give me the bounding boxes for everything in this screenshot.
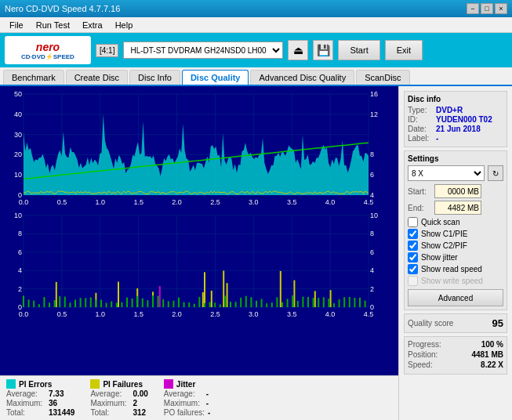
- pi-errors-max-value: 36: [49, 399, 57, 407]
- show-c2-pif-label: Show C2/PIF: [421, 241, 467, 250]
- speed-row: 8 X ↻: [408, 165, 503, 181]
- pi-failures-max-label: Maximum:: [90, 399, 129, 407]
- minimize-button[interactable]: −: [467, 3, 479, 14]
- menu-help[interactable]: Help: [109, 19, 140, 31]
- show-read-speed-checkbox[interactable]: [408, 264, 418, 274]
- jitter-max-label: Maximum:: [164, 399, 203, 407]
- quality-section: Quality score 95: [404, 313, 507, 333]
- settings-section: Settings 8 X ↻ Start: End: Quick scan: [404, 150, 507, 310]
- jitter-color: [164, 379, 173, 389]
- charts-container: [0, 86, 398, 375]
- info-type-row: Type: DVD+R: [408, 106, 503, 114]
- show-write-speed-checkbox: [408, 276, 418, 286]
- tab-disc-quality[interactable]: Disc Quality: [182, 70, 249, 85]
- end-label: End:: [408, 204, 431, 212]
- save-icon-button[interactable]: 💾: [313, 40, 333, 60]
- pi-failures-avg-label: Average:: [90, 389, 129, 398]
- menubar: File Run Test Extra Help: [0, 17, 512, 33]
- pi-errors-total-value: 131449: [49, 408, 74, 417]
- tab-create-disc[interactable]: Create Disc: [66, 70, 128, 85]
- quick-scan-checkbox[interactable]: [408, 217, 418, 227]
- titlebar-title: Nero CD-DVD Speed 4.7.7.16: [5, 4, 120, 13]
- app-logo: nero CD·DVD⚡SPEED: [5, 36, 91, 64]
- position-item: Position: 4481 MB: [408, 350, 503, 359]
- info-label-row: Label: -: [408, 134, 503, 143]
- tab-advanced-disc-quality[interactable]: Advanced Disc Quality: [250, 70, 354, 85]
- pi-failures-total-label: Total:: [90, 408, 129, 417]
- show-read-speed-label: Show read speed: [421, 265, 482, 273]
- progress-section: Progress: 100 % Position: 4481 MB Speed:…: [404, 336, 507, 375]
- quality-value: 95: [492, 317, 503, 329]
- logo-sub: CD·DVD⚡SPEED: [21, 53, 74, 60]
- label-value: -: [436, 134, 438, 143]
- quick-scan-label: Quick scan: [421, 218, 459, 226]
- end-input[interactable]: [434, 201, 481, 215]
- jitter-avg-label: Average:: [164, 389, 203, 398]
- pi-errors-max-label: Maximum:: [6, 399, 45, 407]
- settings-title: Settings: [408, 154, 503, 163]
- pi-failures-avg-value: 0.00: [133, 389, 147, 398]
- advanced-button[interactable]: Advanced: [408, 289, 503, 306]
- start-button[interactable]: Start: [338, 40, 379, 60]
- tab-benchmark[interactable]: Benchmark: [3, 70, 64, 85]
- quality-label: Quality score: [408, 319, 453, 328]
- jitter-max-value: -: [206, 399, 209, 407]
- id-value: YUDEN000 T02: [436, 115, 492, 124]
- show-jitter-checkbox[interactable]: [408, 252, 418, 262]
- tab-disc-info[interactable]: Disc Info: [129, 70, 180, 85]
- quality-row: Quality score 95: [408, 317, 503, 329]
- jitter-label: Jitter: [176, 380, 195, 389]
- po-failures-value: -: [208, 408, 210, 417]
- menu-run-test[interactable]: Run Test: [30, 19, 76, 31]
- right-panel: Disc info Type: DVD+R ID: YUDEN000 T02 D…: [398, 86, 512, 420]
- show-jitter-row: Show jitter: [408, 252, 503, 262]
- date-value: 21 Jun 2018: [436, 125, 481, 133]
- progress-value: 100 %: [481, 340, 503, 349]
- refresh-button[interactable]: ↻: [488, 165, 503, 181]
- speed-select[interactable]: 8 X: [408, 165, 485, 181]
- chart-wrapper: PI Errors Average: 7.33 Maximum: 36 Tota…: [0, 86, 398, 420]
- eject-icon-button[interactable]: ⏏: [288, 40, 308, 60]
- legend-pi-failures: PI Failures Average: 0.00 Maximum: 2 Tot…: [90, 379, 147, 417]
- titlebar-controls: − □ ×: [467, 3, 507, 14]
- type-key: Type:: [408, 106, 433, 114]
- position-label: Position:: [408, 350, 438, 359]
- show-c2-pif-row: Show C2/PIF: [408, 241, 503, 251]
- progress-label: Progress:: [408, 340, 441, 349]
- disc-info-section: Disc info Type: DVD+R ID: YUDEN000 T02 D…: [404, 91, 507, 147]
- quick-scan-row: Quick scan: [408, 217, 503, 227]
- pi-failures-label: PI Failures: [103, 380, 143, 389]
- speed-item: Speed: 8.22 X: [408, 360, 503, 369]
- start-label: Start:: [408, 187, 431, 196]
- label-key: Label:: [408, 134, 433, 143]
- show-c1-pie-checkbox[interactable]: [408, 229, 418, 239]
- show-c1-pie-row: Show C1/PIE: [408, 229, 503, 239]
- exit-button[interactable]: Exit: [385, 40, 423, 60]
- position-value: 4481 MB: [471, 350, 503, 359]
- disc-info-title: Disc info: [408, 95, 503, 103]
- drive-select[interactable]: HL-DT-ST DVDRAM GH24NSD0 LH00: [123, 42, 283, 59]
- menu-file[interactable]: File: [3, 19, 30, 31]
- show-c2-pif-checkbox[interactable]: [408, 241, 418, 251]
- tab-scandisc[interactable]: ScanDisc: [356, 70, 409, 85]
- show-write-speed-row: Show write speed: [408, 276, 503, 286]
- type-value: DVD+R: [436, 106, 463, 114]
- menu-extra[interactable]: Extra: [76, 19, 109, 31]
- maximize-button[interactable]: □: [481, 3, 493, 14]
- progress-item: Progress: 100 %: [408, 340, 503, 349]
- main-content: PI Errors Average: 7.33 Maximum: 36 Tota…: [0, 86, 512, 420]
- start-input[interactable]: [434, 184, 481, 198]
- drive-label: [4:1]: [96, 44, 118, 57]
- close-button[interactable]: ×: [495, 3, 507, 14]
- pi-errors-label: PI Errors: [19, 380, 52, 389]
- info-date-row: Date: 21 Jun 2018: [408, 125, 503, 133]
- show-c1-pie-label: Show C1/PIE: [421, 230, 467, 238]
- start-mb-row: Start:: [408, 184, 503, 198]
- legend-pi-errors: PI Errors Average: 7.33 Maximum: 36 Tota…: [6, 379, 74, 417]
- pi-failures-max-value: 2: [133, 399, 137, 407]
- show-write-speed-label: Show write speed: [421, 277, 483, 285]
- pi-failures-color: [90, 379, 100, 389]
- jitter-avg-value: -: [206, 389, 209, 398]
- toolbar: nero CD·DVD⚡SPEED [4:1] HL-DT-ST DVDRAM …: [0, 33, 512, 67]
- po-failures-label: PO failures:: [164, 408, 205, 417]
